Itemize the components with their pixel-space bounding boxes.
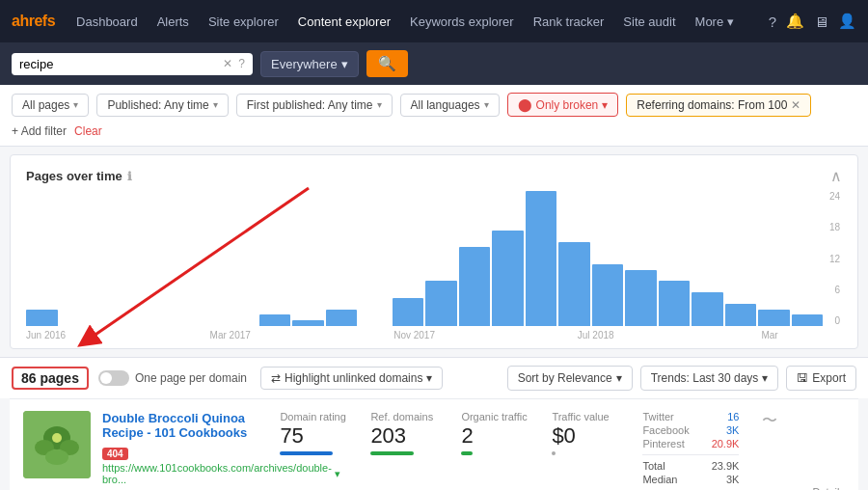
chart-bar [126,324,158,326]
organic-traffic-bar [461,451,473,455]
trends-button[interactable]: Trends: Last 30 days ▾ [640,366,779,391]
filterbar: All pages ▾ Published: Any time ▾ First … [0,85,868,147]
search-input[interactable] [19,57,217,71]
user-icon[interactable]: 👤 [838,13,856,30]
svg-point-6 [45,449,68,465]
twitter-row: Twitter 16 [642,411,739,422]
chart-bar [758,310,790,327]
traffic-value-value: $0 [552,424,619,448]
published-caret-icon: ▾ [213,99,218,110]
x-label-8 [516,330,578,340]
nav-content-explorer[interactable]: Content explorer [290,11,398,33]
result-card: Double Broccoli Quinoa Recipe - 101 Cook… [10,398,858,490]
sort-caret-icon: ▾ [616,371,622,385]
x-label-5 [333,330,394,340]
organic-traffic-value: 2 [461,424,529,448]
monitor-icon[interactable]: 🖥 [814,14,828,30]
x-label-9: Jul 2018 [578,330,639,340]
filter-all-pages[interactable]: All pages ▾ [12,94,89,117]
chart-bar [26,310,58,327]
svg-point-7 [52,433,62,443]
chart-area: 24 18 12 6 0 [26,191,842,326]
ref-domains-bar [370,451,414,455]
domain-rating-bar [280,451,333,455]
trends-caret-icon: ▾ [762,371,768,385]
scope-dropdown[interactable]: Everywhere ▾ [260,51,359,77]
nav-site-audit[interactable]: Site audit [615,11,683,33]
chart-xaxis: Jun 2016 Mar 2017 Nov 2017 Jul 2018 Mar [26,330,842,348]
details-button[interactable]: Details [812,486,845,491]
result-title-row: Double Broccoli Quinoa Recipe - 101 Cook… [102,411,268,460]
search-button[interactable]: 🔍 [366,50,408,77]
organic-traffic-label: Organic traffic [461,411,529,422]
clear-search-icon[interactable]: ✕ [223,57,232,70]
result-url[interactable]: https://www.101cookbooks.com/archives/do… [102,462,268,485]
filter-first-published[interactable]: First published: Any time ▾ [236,94,393,117]
trend-chart-icon: 〜 [762,411,777,431]
help-icon[interactable]: ? [769,14,776,30]
scope-label: Everywhere [271,57,338,71]
chart-bar [193,324,225,326]
filter-only-broken[interactable]: ⬤ Only broken ▾ [507,93,619,117]
nav-site-explorer[interactable]: Site explorer [201,11,286,33]
search-input-wrap[interactable]: ✕ ? [12,53,253,75]
topnav: ahrefs Dashboard Alerts Site explorer Co… [0,0,868,42]
languages-caret-icon: ▾ [484,99,489,110]
traffic-value-bar [552,451,556,455]
y-label-24: 24 [829,191,840,202]
chart-bar [725,304,757,326]
nav-alerts[interactable]: Alerts [149,11,197,33]
chart-section: Pages over time ℹ ∧ 24 18 12 6 0 Jun 201… [10,154,858,349]
clear-button[interactable]: Clear [74,124,102,138]
facebook-row: Facebook 3K [642,424,739,436]
social-block: Twitter 16 Facebook 3K Pinterest 20.9K T… [642,411,739,485]
x-label-4 [271,330,333,340]
ref-domains-label: Ref. domains [370,411,438,422]
chart-bar [226,324,258,326]
highlight-unlinked-button[interactable]: ⇄ Highlight unlinked domains ▾ [260,367,443,390]
sort-button[interactable]: Sort by Relevance ▾ [507,366,633,391]
export-button[interactable]: 🖫 Export [786,366,856,391]
twitter-label: Twitter [642,411,673,422]
highlight-unlinked-label: Highlight unlinked domains [285,371,422,385]
chart-bar [359,324,391,326]
pages-count-badge: 86 pages [12,367,89,390]
chart-bar [425,281,457,326]
chart-bar [659,281,691,326]
x-label-12: Mar [761,330,823,340]
x-label-2 [149,330,210,340]
one-per-domain-toggle[interactable] [98,370,129,386]
filter-only-broken-label: Only broken [536,98,599,112]
broken-caret-icon: ▾ [602,98,608,112]
chart-y-axis: 24 18 12 6 0 [829,191,842,326]
broken-dot-icon: ⬤ [518,97,532,112]
result-thumbnail [23,411,91,478]
bell-icon[interactable]: 🔔 [786,13,804,30]
filter-languages-label: All languages [411,98,480,112]
y-label-6: 6 [829,285,840,295]
results-right: Sort by Relevance ▾ Trends: Last 30 days… [507,366,856,391]
search-help-icon[interactable]: ? [238,57,245,70]
chart-bar [526,191,557,326]
all-pages-caret-icon: ▾ [73,99,78,110]
chart-info-icon[interactable]: ℹ [127,170,132,183]
filter-languages[interactable]: All languages ▾ [400,94,500,117]
chart-collapse-icon[interactable]: ∧ [830,167,842,185]
filter-all-pages-label: All pages [22,98,69,112]
add-filter-button[interactable]: + Add filter [12,124,67,138]
filter-published-label: Published: Any time [107,98,208,112]
result-title-link[interactable]: Double Broccoli Quinoa Recipe - 101 Cook… [102,411,268,440]
nav-dashboard[interactable]: Dashboard [68,11,146,33]
metric-traffic-value: Traffic value $0 [552,411,619,455]
nav-more[interactable]: More ▾ [688,11,742,33]
filter-ref-domains[interactable]: Referring domains: From 100 ✕ [626,94,811,117]
filter-published[interactable]: Published: Any time ▾ [96,94,228,117]
nav-rank-tracker[interactable]: Rank tracker [526,11,612,33]
nav-keywords-explorer[interactable]: Keywords explorer [402,11,522,33]
result-main: Double Broccoli Quinoa Recipe - 101 Cook… [102,411,268,490]
ref-domains-value: 203 [370,424,438,448]
facebook-value: 3K [726,424,739,436]
x-label-0: Jun 2016 [26,330,88,340]
ref-domains-close-icon[interactable]: ✕ [791,98,800,112]
pinterest-label: Pinterest [642,438,684,449]
